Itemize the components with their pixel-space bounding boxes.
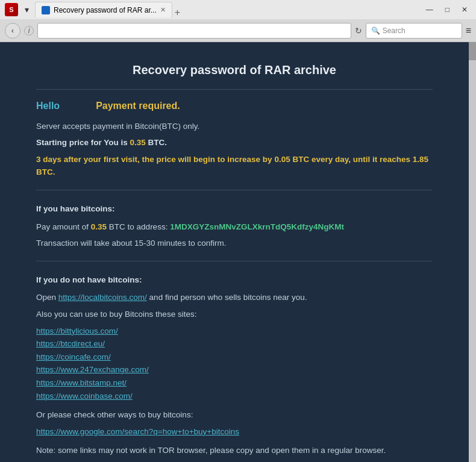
- bitcoin-sites-list: https://bittylicious.com/ https://btcdir…: [36, 325, 433, 403]
- scrollbar[interactable]: [469, 42, 476, 462]
- window-controls: — □ ✕: [422, 4, 471, 15]
- pay-amount: 0.35: [91, 222, 107, 231]
- back-button[interactable]: ‹: [5, 23, 20, 39]
- or-check-text: Or please check other ways to buy bitcoi…: [36, 408, 433, 422]
- new-tab-button[interactable]: +: [175, 8, 180, 17]
- also-text: Also you can use to buy Bitcoins these s…: [36, 308, 433, 321]
- search-bar[interactable]: 🔍 Search: [366, 23, 462, 39]
- page-content: Recovery password of RAR archive Hello P…: [0, 42, 469, 462]
- site-link-3[interactable]: https://www.247exchange.com/: [36, 365, 149, 374]
- section1-divider: [36, 190, 433, 190]
- info-icon[interactable]: i: [24, 26, 34, 36]
- tab-close-button[interactable]: ✕: [160, 6, 166, 14]
- section1-title: If you have bitcoins:: [36, 202, 433, 216]
- open-localbitcoins: Open https://localbitcoins.com/ and find…: [36, 291, 433, 304]
- starting-price-line: Starting price for You is 0.35 BTC.: [36, 136, 433, 149]
- site-link-2[interactable]: https://coincafe.com/: [36, 352, 111, 361]
- payment-required-text: Payment required.: [96, 98, 180, 114]
- site-link-0[interactable]: https://bittylicious.com/: [36, 326, 118, 336]
- max-price: 1.85: [413, 155, 428, 164]
- tab-title: Recovery password of RAR ar...: [54, 6, 157, 14]
- active-tab[interactable]: Recovery password of RAR ar... ✕: [35, 2, 172, 17]
- maximize-button[interactable]: □: [442, 4, 453, 15]
- site-link-5[interactable]: https://www.coinbase.com/: [36, 392, 133, 401]
- search-icon: 🔍: [371, 27, 380, 35]
- title-bar: S ▾ Recovery password of RAR ar... ✕ + —…: [0, 0, 476, 19]
- increase-amount: 0.05: [274, 155, 290, 164]
- scroll-thumb[interactable]: [469, 42, 476, 60]
- browser-window: S ▾ Recovery password of RAR ar... ✕ + —…: [0, 0, 476, 462]
- price-increase-line: 3 days after your first visit, the price…: [36, 153, 433, 179]
- section2-divider: [36, 261, 433, 261]
- menu-button[interactable]: ≡: [466, 25, 471, 36]
- google-link[interactable]: https://www.google.com/search?q=how+to+b…: [36, 427, 239, 436]
- toolbar: ‹ i ↻ 🔍 Search ≡: [0, 19, 476, 42]
- search-placeholder: Search: [383, 27, 406, 35]
- hello-text: Hello: [36, 98, 60, 114]
- note-text: Note: some links may not work in TOR bro…: [36, 444, 433, 457]
- confirm-time: Transaction will take about 15-30 minute…: [36, 237, 433, 250]
- tab-favicon: [42, 6, 50, 14]
- dropdown-arrow-icon[interactable]: ▾: [20, 4, 33, 16]
- site-link-1[interactable]: https://btcdirect.eu/: [36, 339, 105, 348]
- address-bar[interactable]: [37, 23, 351, 39]
- refresh-button[interactable]: ↻: [355, 26, 362, 36]
- title-divider: [36, 89, 433, 90]
- btc-address-1: 1MDXGYZsnMNvZGLXkrnTdQ5Kdfzy4NgKMt: [170, 222, 344, 231]
- greeting-line: Hello Payment required.: [36, 98, 433, 114]
- page-title: Recovery password of RAR archive: [36, 60, 433, 80]
- btc-only-line: Server accepts payment in Bitcoin(BTC) o…: [36, 120, 433, 133]
- price-value: 0.35: [130, 138, 146, 147]
- site-link-4[interactable]: https://www.bitstamp.net/: [36, 378, 127, 387]
- pay-instruction: Pay amount of 0.35 BTC to address: 1MDXG…: [36, 220, 433, 234]
- localbitcoins-link[interactable]: https://localbitcoins.com/: [58, 293, 147, 302]
- browser-body: Recovery password of RAR archive Hello P…: [0, 42, 476, 462]
- minimize-button[interactable]: —: [422, 4, 437, 15]
- section2-title: If you do not have bitcoins:: [36, 273, 433, 287]
- close-button[interactable]: ✕: [458, 4, 471, 15]
- tab-area: Recovery password of RAR ar... ✕ +: [35, 2, 420, 17]
- browser-logo: S: [5, 3, 18, 16]
